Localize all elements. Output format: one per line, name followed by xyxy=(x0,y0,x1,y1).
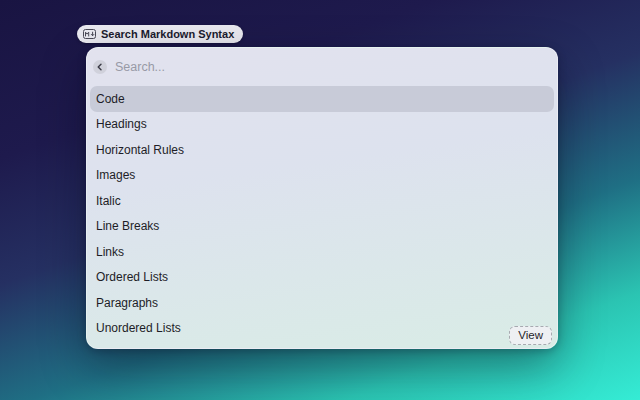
search-bar xyxy=(87,48,557,85)
list-item[interactable]: Links xyxy=(90,239,554,265)
list-item[interactable]: Ordered Lists xyxy=(90,265,554,291)
search-panel: CodeHeadingsHorizontal RulesImagesItalic… xyxy=(86,47,558,349)
results-list: CodeHeadingsHorizontal RulesImagesItalic… xyxy=(87,86,557,341)
command-tooltip: Search Markdown Syntax xyxy=(77,25,243,43)
chevron-left-icon xyxy=(96,63,104,71)
back-button[interactable] xyxy=(93,60,107,74)
search-input[interactable] xyxy=(115,60,547,74)
view-button[interactable]: View xyxy=(509,326,552,345)
list-item[interactable]: Unordered Lists xyxy=(90,316,554,342)
list-item[interactable]: Paragraphs xyxy=(90,290,554,316)
list-item[interactable]: Italic xyxy=(90,188,554,214)
list-item[interactable]: Images xyxy=(90,163,554,189)
list-item[interactable]: Code xyxy=(90,86,554,112)
list-item[interactable]: Headings xyxy=(90,112,554,138)
command-tooltip-label: Search Markdown Syntax xyxy=(101,28,234,40)
markdown-icon xyxy=(83,29,96,39)
list-item[interactable]: Line Breaks xyxy=(90,214,554,240)
list-item[interactable]: Horizontal Rules xyxy=(90,137,554,163)
